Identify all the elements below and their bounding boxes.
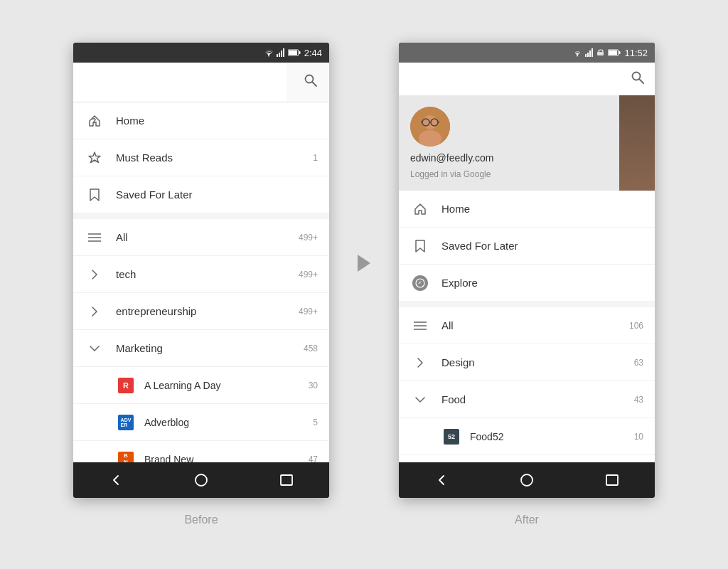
before-feed-marketing[interactable]: Marketing 458 [73,330,329,367]
chevron-right-tech-icon [85,265,105,284]
svg-rect-7 [289,50,297,55]
svg-rect-4 [283,48,284,57]
wifi-icon [264,48,274,57]
food52-avatar: 52 [441,427,461,447]
after-menu-icon [410,316,430,336]
after-phone-content: edwin@feedly.com Logged in via Google Ho… [399,63,655,462]
svg-rect-39 [606,475,618,485]
before-nav-saved[interactable]: Saved For Later [73,176,329,213]
before-feed-all-label: All [116,231,299,243]
before-nav-saved-label: Saved For Later [116,188,318,201]
after-explore-icon [410,273,430,293]
before-phone-wrapper: 2:44 [73,43,329,526]
before-nav-must-reads-label: Must Reads [116,151,313,164]
chevron-down-marketing-icon [85,339,105,358]
chevron-down-food-icon [410,390,430,410]
svg-rect-17 [587,53,589,57]
battery-icon [288,49,301,56]
before-bottom-nav [73,462,329,498]
after-feed-food[interactable]: Food 43 [399,381,655,418]
after-nav-saved[interactable]: Saved For Later [399,228,655,265]
before-feed-ent-label: entrepreneurship [116,305,299,317]
svg-rect-22 [619,51,621,54]
before-feed-tech-count: 499+ [299,270,318,280]
after-back-button[interactable] [420,466,463,494]
after-nav-home-label: Home [441,203,643,215]
adverblog-avatar: ADVER [116,413,136,432]
before-brand-new-count: 47 [309,454,318,463]
after-home-icon [410,199,430,219]
avatar-image [410,107,450,147]
before-feed-all-count: 499+ [299,233,318,243]
svg-rect-18 [589,50,591,57]
svg-line-32 [421,122,422,122]
before-nav-home-label: Home [116,115,318,127]
svg-rect-1 [277,54,278,57]
after-signal-icon [585,48,594,57]
before-sub-brand-new[interactable]: BN Brand New 47 [73,441,329,462]
before-label: Before [184,514,218,526]
after-wifi-icon [572,48,582,57]
after-feed-all-count: 106 [629,321,643,331]
after-sub-food52[interactable]: 52 Food52 10 [399,418,655,455]
after-nav-saved-label: Saved For Later [441,240,643,252]
before-feed-entrepreneurship[interactable]: entrepreneurship 499+ [73,293,329,330]
after-battery-icon [608,49,621,56]
before-a-learning-day-label: A Learning A Day [144,380,309,391]
svg-point-15 [577,55,578,57]
before-feed-marketing-label: Marketing [116,342,304,354]
after-profile-avatar [410,107,450,147]
home-feedly-icon [85,111,105,131]
chevron-right-ent-icon [85,302,105,321]
before-status-icons [264,48,301,57]
before-home-button[interactable] [180,466,223,494]
svg-rect-6 [299,51,300,54]
after-profile-row [410,107,643,147]
svg-rect-16 [585,54,587,57]
after-profile-auth: Logged in via Google [410,169,643,179]
after-nav-home[interactable]: Home [399,191,655,228]
before-feed-tech[interactable]: tech 499+ [73,256,329,293]
after-bottom-nav [399,462,655,498]
before-sub-a-learning-day[interactable]: R A Learning A Day 30 [73,367,329,404]
svg-rect-3 [281,50,282,57]
after-bookmark-icon [410,236,430,256]
before-search-button[interactable] [304,73,318,91]
before-nav-must-reads[interactable]: Must Reads 1 [73,139,329,176]
signal-icon [277,48,285,57]
arrow-container [358,255,370,272]
after-divider [399,302,655,307]
after-sub-lady-and-pups[interactable]: LP Lady And Pups 7 [399,455,655,462]
after-nav-explore[interactable]: Explore [399,265,655,302]
after-feed-design[interactable]: Design 63 [399,344,655,381]
menu-icon-all [85,228,105,248]
after-feed-all[interactable]: All 106 [399,307,655,344]
svg-rect-20 [597,52,604,55]
after-nav-explore-label: Explore [441,277,643,289]
before-recents-button[interactable] [265,466,308,494]
before-feed-all[interactable]: All 499+ [73,219,329,256]
after-profile-header: edwin@feedly.com Logged in via Google [399,95,655,191]
svg-point-8 [306,75,314,83]
before-status-bar: 2:44 [73,43,329,63]
a-learning-day-avatar: R [116,376,136,395]
arrow-right-icon [358,255,370,272]
after-lock-icon [596,49,605,56]
before-top-bar [73,63,329,102]
svg-point-38 [521,474,532,486]
after-status-bar: 11:52 [399,43,655,63]
after-feed-food-count: 43 [634,395,643,405]
after-feed-design-label: Design [441,356,634,368]
after-feed-design-count: 63 [634,358,643,368]
before-nav-section: Home Must Reads 1 [73,102,329,213]
before-must-reads-count: 1 [313,153,318,163]
main-container: 2:44 [0,28,728,541]
after-home-button[interactable] [505,466,548,494]
after-search-button[interactable] [631,70,645,87]
before-phone: 2:44 [73,43,329,498]
before-back-button[interactable] [95,466,137,494]
before-nav-home[interactable]: Home [73,102,329,139]
before-sub-adverblog[interactable]: ADVER Adverblog 5 [73,404,329,441]
after-recents-button[interactable] [591,466,633,494]
svg-rect-19 [592,48,593,57]
